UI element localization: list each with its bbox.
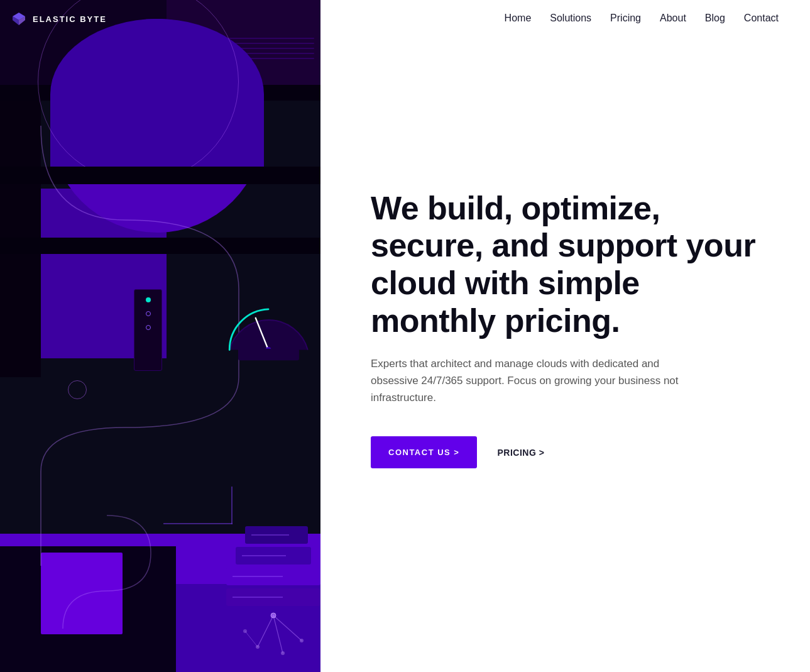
cta-row: CONTACT US > PRICING > bbox=[371, 436, 760, 468]
svg-rect-2 bbox=[238, 349, 299, 360]
svg-point-7 bbox=[300, 639, 304, 642]
nav-pricing[interactable]: Pricing bbox=[610, 13, 641, 24]
nav-blog[interactable]: Blog bbox=[705, 13, 725, 24]
contact-us-button[interactable]: CONTACT US > bbox=[371, 436, 477, 468]
nav-contact[interactable]: Contact bbox=[744, 13, 779, 24]
svg-line-4 bbox=[258, 615, 273, 647]
hero-subtitle: Experts that architect and manage clouds… bbox=[371, 355, 698, 407]
svg-line-5 bbox=[273, 615, 283, 653]
main-nav: Home Solutions Pricing About Blog Contac… bbox=[320, 0, 810, 36]
nav-solutions[interactable]: Solutions bbox=[550, 13, 591, 24]
svg-point-9 bbox=[281, 651, 285, 655]
pricing-button[interactable]: PRICING > bbox=[497, 448, 544, 458]
hero-title: We build, optimize, secure, and support … bbox=[371, 190, 760, 340]
hero-content: We build, optimize, secure, and support … bbox=[320, 36, 810, 672]
nav-home[interactable]: Home bbox=[505, 13, 532, 24]
svg-line-11 bbox=[245, 631, 258, 647]
svg-line-3 bbox=[273, 615, 302, 641]
svg-point-6 bbox=[271, 613, 276, 618]
logo-text: ELASTIC BYTE bbox=[33, 14, 107, 24]
nav-about[interactable]: About bbox=[660, 13, 686, 24]
hero-illustration: ELASTIC BYTE bbox=[0, 0, 320, 672]
right-panel: Home Solutions Pricing About Blog Contac… bbox=[320, 0, 810, 672]
